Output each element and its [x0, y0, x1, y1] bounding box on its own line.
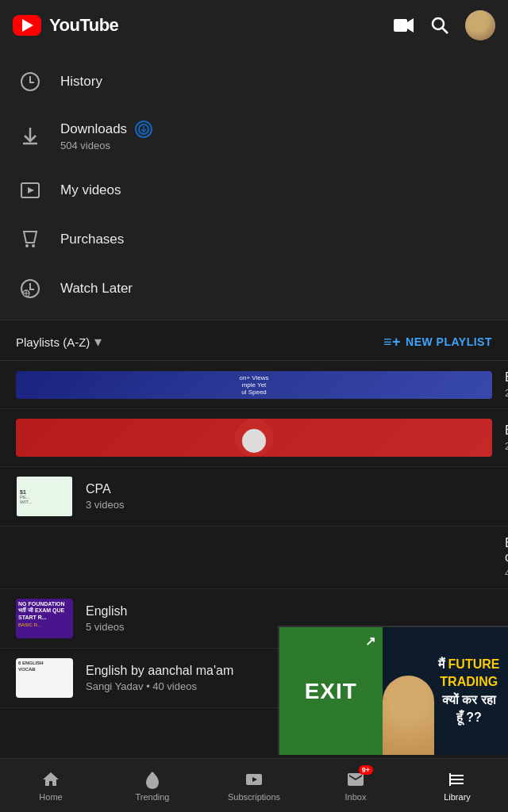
download-icon: [19, 126, 41, 147]
playlist-count-ecommerce: 4 videos: [505, 567, 508, 579]
playlist-name-aanchal: English by aanchal ma'am: [86, 664, 233, 678]
yt-play-button: [13, 15, 41, 36]
avatar-button[interactable]: [465, 10, 495, 40]
search-button[interactable]: [430, 16, 449, 35]
add-playlist-icon: ≡+: [383, 334, 401, 350]
youtube-title: YouTube: [49, 15, 118, 36]
play-triangle: [22, 19, 33, 32]
playlists-sort-label: Playlists (A-Z): [16, 335, 90, 349]
svg-point-2: [433, 18, 444, 29]
playlist-count-banking: 2 videos: [505, 387, 508, 399]
mini-person-image: [383, 676, 434, 755]
nav-label-trending: Trending: [135, 792, 169, 802]
playlist-thumb-aanchal: 6 ENGLISHVOCAB: [16, 658, 73, 698]
playlist-count-cpa: 3 videos: [86, 499, 124, 511]
mini-player-content: EXIT ↗ मैं FUTURE TRADING क्यों कर रहा ह…: [279, 627, 508, 755]
playlist-name-business: Business: [505, 423, 508, 438]
downloads-content: Downloads 504 videos: [60, 121, 152, 151]
chevron-down-icon: ▾: [94, 333, 102, 350]
nav-item-library[interactable]: Library: [406, 770, 508, 802]
playlist-name-english: English: [86, 604, 127, 619]
playlist-name-ecommerce: E-commerce: [505, 536, 508, 565]
exit-arrow-icon: ↗: [365, 634, 376, 649]
playlist-info-cpa: CPA 3 videos: [86, 482, 124, 511]
svg-marker-1: [407, 18, 414, 33]
top-bar-actions: [394, 10, 495, 40]
nav-label-library: Library: [444, 792, 471, 802]
playlist-thumb-english: NG FOUNDATIONभर्ती जी EXAM QUESTART R...…: [16, 599, 73, 638]
history-icon: [19, 71, 41, 92]
playlist-count-aanchal: Sangi Yadav • 40 videos: [86, 680, 233, 692]
exit-text: EXIT: [305, 679, 357, 704]
watch-later-icon: [19, 278, 41, 299]
nav-label-subscriptions: Subscriptions: [228, 792, 280, 802]
playlist-info-ecommerce: E-commerce 4 videos: [505, 536, 508, 579]
youtube-logo-icon: [13, 15, 41, 36]
bottom-nav: Home Trending Subscriptions 9+: [0, 758, 508, 812]
mini-text-block: मैं FUTURE TRADING क्यों कर रहा हूँ ??: [438, 656, 499, 727]
nav-item-home[interactable]: Home: [0, 770, 102, 802]
nav-item-inbox[interactable]: 9+ Inbox: [305, 770, 406, 802]
playlist-item-business[interactable]: Business 2 videos: [0, 409, 508, 467]
playlist-info-english: English 5 videos: [86, 604, 127, 633]
playlist-thumb-business: [16, 419, 492, 457]
playlist-item-banking[interactable]: on+ Viewsmple Yetul Speed Banking 2 vide…: [0, 361, 508, 409]
new-playlist-label: NEW PLAYLIST: [406, 335, 492, 348]
mini-player[interactable]: EXIT ↗ मैं FUTURE TRADING क्यों कर रहा ह…: [278, 626, 508, 755]
avatar-image: [465, 10, 495, 40]
svg-point-11: [25, 244, 29, 247]
my-videos-label: My videos: [60, 182, 121, 198]
nav-label-home: Home: [39, 792, 62, 802]
library-icon: [448, 770, 467, 789]
camera-button[interactable]: [394, 17, 414, 33]
svg-rect-0: [394, 19, 407, 32]
downloads-row: Downloads: [60, 121, 152, 138]
playlist-info-banking: Banking 2 videos: [505, 370, 508, 399]
mini-hindi-line2: TRADING: [438, 673, 499, 691]
top-bar: YouTube: [0, 0, 508, 51]
menu-section: History Downloads 504 video: [0, 51, 508, 320]
mini-hindi-line3: क्यों कर रहा: [438, 691, 499, 709]
svg-line-3: [443, 29, 448, 34]
playlist-info-aanchal: English by aanchal ma'am Sangi Yadav • 4…: [86, 664, 233, 692]
playlist-info-business: Business 2 videos: [505, 423, 508, 452]
purchases-menu-item[interactable]: Purchases: [0, 215, 508, 264]
playlists-sort-button[interactable]: Playlists (A-Z) ▾: [16, 333, 102, 350]
playlist-name-banking: Banking: [505, 370, 508, 385]
inbox-badge-container: 9+: [346, 770, 365, 789]
subscriptions-icon: [244, 770, 264, 789]
mini-right-content: मैं FUTURE TRADING क्यों कर रहा हूँ ??: [383, 627, 508, 755]
downloads-label: Downloads: [60, 121, 127, 137]
purchases-icon: [19, 229, 41, 250]
playlist-count-english: 5 videos: [86, 621, 127, 633]
logo-area: YouTube: [13, 15, 118, 36]
svg-point-12: [32, 244, 35, 247]
svg-marker-10: [28, 187, 34, 193]
inbox-badge: 9+: [359, 765, 373, 775]
playlist-count-business: 2 videos: [505, 440, 508, 452]
mini-exit-sign: EXIT ↗: [279, 627, 383, 755]
purchases-label: Purchases: [60, 232, 124, 247]
playlist-item-ecommerce[interactable]: E-commerce 4 videos: [0, 527, 508, 589]
svg-rect-19: [449, 773, 451, 786]
watch-later-label: Watch Later: [60, 281, 133, 297]
my-videos-icon: [19, 180, 41, 201]
playlist-item-cpa[interactable]: $1 PE... WIT... CPA 3 videos: [0, 467, 508, 527]
nav-label-inbox: Inbox: [345, 792, 367, 802]
trending-icon: [143, 770, 162, 789]
mini-hindi-line1: मैं FUTURE: [438, 656, 499, 673]
nav-item-subscriptions[interactable]: Subscriptions: [203, 770, 305, 802]
history-menu-item[interactable]: History: [0, 57, 508, 106]
nav-item-trending[interactable]: Trending: [102, 770, 203, 802]
new-playlist-button[interactable]: ≡+ NEW PLAYLIST: [383, 334, 492, 350]
history-label: History: [60, 74, 102, 90]
downloads-menu-item[interactable]: Downloads 504 videos: [0, 106, 508, 166]
download-sync-icon: [135, 121, 152, 138]
mini-hindi-line4: हूँ ??: [438, 709, 499, 726]
home-icon: [41, 770, 60, 789]
watch-later-menu-item[interactable]: Watch Later: [0, 264, 508, 313]
playlists-header: Playlists (A-Z) ▾ ≡+ NEW PLAYLIST: [0, 320, 508, 361]
downloads-count: 504 videos: [60, 140, 152, 151]
playlist-thumb-banking: on+ Viewsmple Yetul Speed: [16, 371, 492, 399]
my-videos-menu-item[interactable]: My videos: [0, 166, 508, 215]
